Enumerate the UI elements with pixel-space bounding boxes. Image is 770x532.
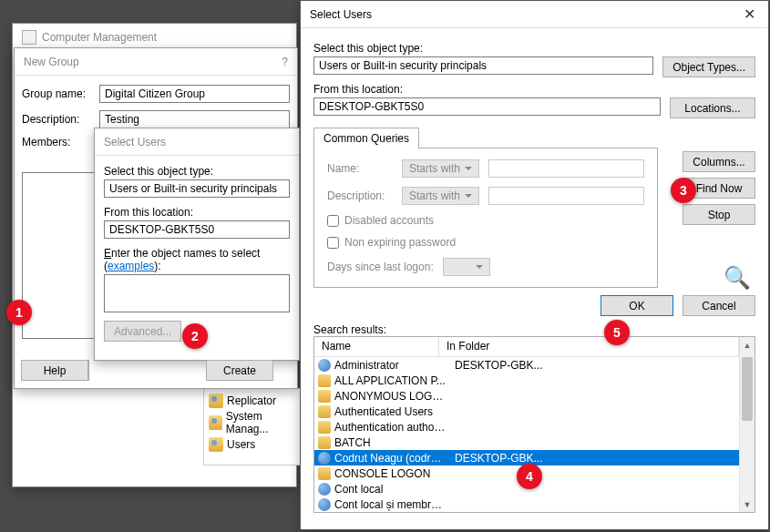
- result-row[interactable]: AdministratorDESKTOP-GBK...: [314, 357, 739, 373]
- object-type-label: Select this object type:: [313, 42, 755, 55]
- ok-button[interactable]: OK: [601, 295, 673, 316]
- result-name: Authentication authorit...: [334, 421, 447, 434]
- step-badge-3: 3: [671, 178, 696, 203]
- days-since-dropdown[interactable]: [443, 258, 490, 276]
- step-badge-1: 1: [6, 300, 32, 325]
- result-row[interactable]: BATCH: [314, 435, 739, 450]
- result-name: Authenticated Users: [334, 405, 447, 418]
- col-name[interactable]: Name: [314, 337, 439, 356]
- object-type-label: Select this object type:: [104, 165, 290, 178]
- description-input[interactable]: [99, 110, 290, 128]
- result-name: Codrut Neagu (codrut....: [334, 452, 447, 465]
- group-icon: [209, 394, 223, 408]
- stop-button[interactable]: Stop: [683, 204, 755, 225]
- locations-button[interactable]: Locations...: [670, 97, 755, 118]
- disabled-accounts-input[interactable]: [327, 215, 339, 227]
- close-icon[interactable]: ✕: [740, 5, 759, 23]
- result-name: BATCH: [334, 436, 447, 449]
- cm-tree-panel: Replicator System Manag... Users: [203, 388, 306, 466]
- user-icon: [318, 359, 331, 372]
- name-filter-label: Name:: [327, 162, 393, 175]
- result-folder: DESKTOP-GBK...: [447, 359, 735, 372]
- help-icon[interactable]: ?: [282, 56, 288, 68]
- result-row[interactable]: Cont local și membru al...: [314, 496, 739, 512]
- desc-filter-input[interactable]: [488, 187, 644, 205]
- tree-item[interactable]: Replicator: [206, 393, 304, 409]
- tree-item[interactable]: Users: [206, 436, 304, 453]
- description-label: Description:: [22, 113, 99, 126]
- columns-button[interactable]: Columns...: [683, 151, 755, 172]
- group-icon: [318, 467, 331, 480]
- group-icon: [318, 374, 331, 387]
- tree-label: System Manag...: [226, 410, 302, 435]
- group-icon: [209, 437, 223, 452]
- object-type-field: Users or Built-in security principals: [313, 56, 653, 75]
- group-icon: [209, 415, 222, 430]
- result-row[interactable]: Authentication authorit...: [314, 419, 739, 435]
- ng-title: New Group: [24, 56, 79, 68]
- tab-common-queries[interactable]: Common Queries: [313, 128, 419, 148]
- disabled-accounts-checkbox[interactable]: Disabled accounts: [327, 214, 644, 227]
- step-badge-4: 4: [517, 464, 542, 489]
- group-icon: [318, 405, 331, 418]
- from-location-label: From this location:: [313, 83, 755, 96]
- user-icon: [318, 483, 331, 496]
- step-badge-2: 2: [182, 323, 208, 349]
- step-badge-5: 5: [604, 320, 630, 345]
- advanced-button[interactable]: Advanced...: [104, 321, 181, 342]
- cancel-button[interactable]: Cancel: [683, 295, 755, 316]
- result-name: ALL APPLICATION P...: [334, 374, 447, 387]
- result-name: ANONYMOUS LOGON: [334, 390, 447, 403]
- help-button[interactable]: Help: [21, 360, 88, 381]
- non-expiring-checkbox[interactable]: Non expiring password: [327, 236, 644, 249]
- group-icon: [318, 390, 331, 403]
- group-icon: [318, 421, 331, 434]
- result-name: Cont local și membru al...: [334, 498, 447, 511]
- days-since-label: Days since last logon:: [327, 261, 434, 273]
- group-name-input[interactable]: [99, 85, 290, 103]
- result-row[interactable]: ALL APPLICATION P...: [314, 373, 739, 388]
- from-location-label: From this location:: [104, 206, 290, 219]
- tree-item[interactable]: System Manag...: [206, 409, 304, 436]
- tree-label: Users: [227, 438, 255, 451]
- enter-names-label: EEnter the object names to select (nter …: [104, 247, 290, 272]
- su2-title: Select Users: [310, 8, 372, 21]
- search-icon: 🔍: [719, 265, 755, 291]
- create-button[interactable]: Create: [206, 360, 273, 381]
- search-results-label: Search results:: [313, 323, 386, 336]
- name-filter-input[interactable]: [488, 159, 644, 178]
- su1-title: Select Users: [104, 136, 166, 148]
- scroll-thumb[interactable]: [742, 357, 753, 421]
- desc-filter-label: Description:: [327, 189, 393, 202]
- result-row[interactable]: ANONYMOUS LOGON: [314, 388, 739, 404]
- non-expiring-input[interactable]: [327, 237, 339, 249]
- result-row[interactable]: Authenticated Users: [314, 404, 739, 419]
- cm-title: Computer Management: [42, 31, 157, 44]
- object-names-textarea[interactable]: [104, 274, 290, 312]
- name-match-dropdown[interactable]: Starts with: [402, 159, 479, 178]
- desc-match-dropdown[interactable]: Starts with: [402, 187, 479, 205]
- user-icon: [318, 498, 331, 511]
- object-types-button[interactable]: Object Types...: [662, 56, 755, 77]
- scroll-down-icon[interactable]: ▼: [740, 496, 755, 512]
- su1-titlebar[interactable]: Select Users: [95, 128, 299, 156]
- scroll-up-icon[interactable]: ▲: [740, 337, 755, 353]
- from-location-field: DESKTOP-GBKT5S0: [313, 97, 661, 116]
- group-name-label: Group name:: [22, 87, 99, 100]
- su2-titlebar[interactable]: Select Users ✕: [301, 1, 768, 28]
- user-icon: [318, 452, 331, 465]
- col-folder[interactable]: In Folder: [439, 337, 739, 356]
- select-users-advanced-dialog: Select Users ✕ Select this object type: …: [300, 0, 769, 530]
- result-name: Administrator: [334, 359, 447, 372]
- result-name: Cont local: [334, 483, 447, 496]
- result-folder: DESKTOP-GBK...: [447, 452, 735, 465]
- app-icon: [22, 30, 36, 45]
- results-scrollbar[interactable]: ▲ ▼: [739, 337, 755, 512]
- object-type-field: Users or Built-in security principals: [104, 179, 290, 198]
- group-icon: [318, 436, 331, 449]
- ng-titlebar[interactable]: New Group ?: [15, 48, 297, 76]
- from-location-field: DESKTOP-GBKT5S0: [104, 220, 290, 239]
- results-header[interactable]: Name In Folder: [314, 337, 739, 357]
- examples-link[interactable]: examples: [108, 260, 154, 272]
- tree-label: Replicator: [227, 394, 276, 407]
